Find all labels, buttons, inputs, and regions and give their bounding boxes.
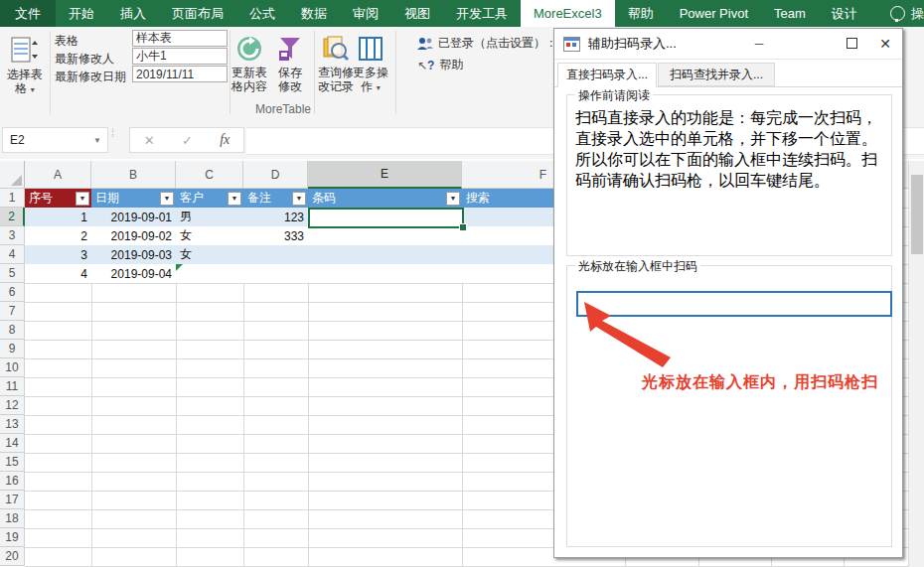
cell[interactable]: 2019-09-03 [91,245,177,265]
cell[interactable] [308,321,463,341]
row-header-11[interactable]: 11 [0,377,25,396]
cell[interactable] [176,283,244,303]
row-header-3[interactable]: 3 [0,226,25,245]
cell[interactable] [25,302,92,322]
cell[interactable]: 序号▼ [25,189,92,209]
cell[interactable] [243,377,309,397]
row-header-13[interactable]: 13 [0,415,25,434]
cell[interactable]: 2019-09-01 [91,208,177,227]
cell[interactable]: 123 [243,208,309,227]
help-button[interactable]: ↖? 帮助 [417,57,463,73]
select-table-button[interactable]: 选择表 格 ▾ [2,31,48,118]
cell[interactable] [176,264,244,284]
cell[interactable]: 3 [25,245,92,265]
cell[interactable] [25,491,92,510]
col-header-E[interactable]: E [308,161,462,189]
filter-dropdown-icon[interactable]: ▼ [292,192,306,206]
cell[interactable] [176,434,244,454]
cell[interactable] [308,302,463,322]
filter-dropdown-icon[interactable]: ▼ [446,192,460,206]
cell[interactable] [243,321,309,341]
ribbon-tab-插入[interactable]: 插入 [107,0,159,27]
cell[interactable] [243,453,309,473]
cell[interactable] [243,396,309,416]
cell[interactable]: 2 [25,226,92,246]
cell[interactable] [91,321,177,341]
col-header-D[interactable]: D [243,161,308,189]
cell[interactable] [25,283,92,303]
ribbon-tab-视图[interactable]: 视图 [391,0,443,27]
cell[interactable] [308,547,463,567]
cell[interactable] [308,396,463,416]
cell[interactable] [176,396,244,416]
cell[interactable] [308,377,463,397]
cell[interactable]: 2019-09-02 [91,226,177,246]
cell[interactable] [91,434,177,454]
cell[interactable]: 条码▼ [308,189,463,209]
fill-handle[interactable] [459,223,467,231]
cell[interactable] [91,358,177,378]
cell[interactable] [243,509,309,529]
cell[interactable] [91,302,177,322]
cell[interactable] [176,302,244,322]
field-input-moddate[interactable] [132,66,228,82]
cell[interactable] [243,245,309,265]
cell[interactable] [25,358,92,378]
cell[interactable]: 333 [243,226,309,246]
cell[interactable] [243,264,309,284]
cell[interactable] [25,509,92,529]
ribbon-tab-帮助[interactable]: 帮助 [615,0,667,27]
cell[interactable] [91,396,177,416]
cell[interactable] [243,547,309,567]
cell[interactable] [25,377,92,397]
ribbon-tab-MoreExcel3[interactable]: MoreExcel3 [521,0,615,27]
row-header-20[interactable]: 20 [0,547,25,566]
cell[interactable]: 日期▼ [91,189,177,209]
cell[interactable] [308,358,463,378]
cell[interactable] [25,321,92,341]
col-header-B[interactable]: B [91,161,176,189]
field-input-table[interactable] [132,30,228,47]
ribbon-tab-Team[interactable]: Team [761,0,819,27]
cell[interactable] [91,472,177,492]
cell[interactable] [176,415,244,435]
ribbon-tab-公式[interactable]: 公式 [236,0,288,27]
cell[interactable] [243,340,309,359]
ribbon-tab-页面布局[interactable]: 页面布局 [159,0,236,27]
col-header-A[interactable]: A [25,161,91,189]
cell[interactable] [243,434,309,454]
row-header-1[interactable]: 1 [0,189,25,208]
row-header-12[interactable]: 12 [0,396,25,415]
row-header-9[interactable]: 9 [0,340,25,358]
cell[interactable] [243,472,309,492]
ribbon-tab-开始[interactable]: 开始 [56,0,107,27]
cell[interactable] [91,415,177,435]
row-header-5[interactable]: 5 [0,264,25,283]
cell[interactable] [176,547,244,567]
cell[interactable] [91,528,177,548]
row-header-4[interactable]: 4 [0,245,25,264]
cell[interactable] [308,434,463,454]
cell[interactable] [91,453,177,473]
ribbon-tab-数据[interactable]: 数据 [288,0,340,27]
cell[interactable] [91,283,177,303]
cell[interactable] [308,340,463,359]
cell[interactable] [25,396,92,416]
row-header-17[interactable]: 17 [0,491,25,509]
field-input-editor[interactable] [132,48,228,65]
ribbon-tab-开发工具[interactable]: 开发工具 [443,0,521,27]
ribbon-tab-Power Pivot[interactable]: Power Pivot [667,0,761,27]
row-header-2[interactable]: 2 [0,208,25,226]
cell[interactable] [176,340,244,359]
filter-dropdown-icon[interactable]: ▼ [228,192,241,206]
cell[interactable] [176,472,244,492]
cell[interactable]: 女 [176,226,244,246]
row-header-14[interactable]: 14 [0,434,25,453]
ribbon-tab-审阅[interactable]: 审阅 [340,0,391,27]
cell[interactable]: 2019-09-04 [91,264,177,284]
cell[interactable] [308,283,463,303]
row-header-15[interactable]: 15 [0,453,25,472]
cell[interactable] [25,528,92,548]
filter-dropdown-icon[interactable]: ▼ [160,192,174,206]
cell[interactable] [243,283,309,303]
